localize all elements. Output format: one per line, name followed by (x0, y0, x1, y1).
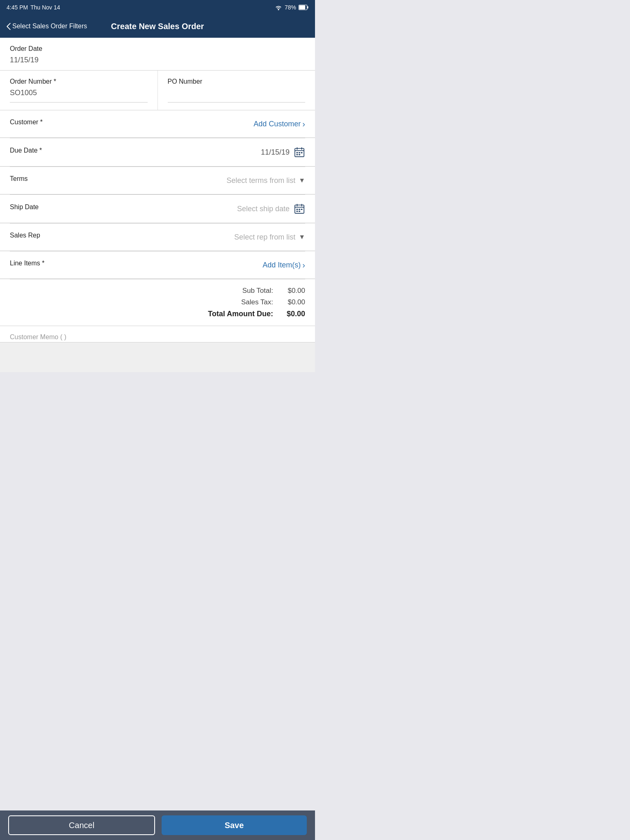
order-date-section: Order Date 11/15/19 (0, 38, 315, 71)
terms-placeholder: Select terms from list (226, 176, 295, 185)
sales-rep-placeholder: Select rep from list (234, 233, 295, 242)
terms-label: Terms (10, 175, 28, 183)
subtotal-row: Sub Total: $0.00 (10, 285, 305, 297)
battery-icon (299, 5, 308, 10)
chevron-right-icon: › (302, 119, 305, 129)
svg-rect-1 (299, 5, 305, 9)
grand-total-value: $0.00 (276, 310, 305, 318)
customer-row: Customer * Add Customer › (0, 110, 315, 138)
svg-rect-20 (299, 211, 300, 212)
ship-date-placeholder: Select ship date (237, 205, 290, 213)
grand-total-row: Total Amount Due: $0.00 (10, 308, 305, 320)
back-button[interactable]: Select Sales Order Filters (7, 23, 87, 30)
add-customer-label: Add Customer (253, 120, 301, 128)
customer-memo-section: Customer Memo ( ) (0, 326, 315, 342)
sales-rep-label: Sales Rep (10, 232, 40, 239)
po-number-input[interactable] (168, 89, 306, 103)
po-number-label: PO Number (168, 78, 306, 85)
add-items-button[interactable]: Add Item(s) › (262, 260, 305, 270)
due-date-value-container[interactable]: 11/15/19 (261, 146, 305, 158)
add-items-chevron-icon: › (302, 260, 305, 270)
order-date-value: 11/15/19 (10, 56, 305, 64)
svg-rect-16 (297, 209, 298, 210)
order-number-label: Order Number * (10, 78, 148, 85)
form-content: Order Date 11/15/19 Order Number * PO Nu… (0, 38, 315, 372)
terms-row: Terms Select terms from list ▼ (0, 167, 315, 194)
salestax-label: Sales Tax: (241, 298, 273, 306)
svg-rect-19 (297, 211, 298, 212)
salestax-value: $0.00 (276, 298, 305, 306)
ship-date-calendar-icon (294, 203, 305, 215)
line-items-row: Line Items * Add Item(s) › (0, 251, 315, 279)
order-number-col: Order Number * (0, 71, 158, 110)
calendar-icon (294, 146, 305, 158)
po-number-col: PO Number (158, 71, 315, 110)
due-date-row: Due Date * 11/15/19 (0, 138, 315, 167)
sales-rep-row: Sales Rep Select rep from list ▼ (0, 224, 315, 251)
svg-rect-11 (299, 154, 300, 155)
wifi-icon (275, 5, 282, 10)
sales-rep-select[interactable]: Select rep from list ▼ (234, 233, 305, 242)
battery-percentage: 78% (285, 4, 296, 11)
svg-rect-8 (299, 152, 300, 153)
svg-rect-7 (297, 152, 298, 153)
svg-rect-17 (299, 209, 300, 210)
status-bar: 4:45 PM Thu Nov 14 78% (0, 0, 315, 15)
back-label: Select Sales Order Filters (12, 23, 87, 30)
order-date-label: Order Date (10, 45, 305, 52)
due-date-value: 11/15/19 (261, 148, 290, 157)
page-title: Create New Sales Order (111, 22, 204, 31)
subtotal-value: $0.00 (276, 287, 305, 295)
order-number-input[interactable] (10, 89, 148, 103)
add-items-label: Add Item(s) (262, 261, 301, 269)
add-customer-button[interactable]: Add Customer › (253, 119, 305, 129)
totals-section: Sub Total: $0.00 Sales Tax: $0.00 Total … (0, 279, 315, 326)
sales-rep-chevron-down-icon: ▼ (299, 233, 305, 241)
order-po-row: Order Number * PO Number (0, 71, 315, 110)
svg-rect-2 (307, 6, 308, 9)
status-date: Thu Nov 14 (30, 4, 60, 11)
terms-select[interactable]: Select terms from list ▼ (226, 176, 305, 185)
due-date-label: Due Date * (10, 147, 42, 154)
subtotal-label: Sub Total: (242, 287, 273, 295)
status-bar-right: 78% (275, 4, 308, 11)
status-bar-left: 4:45 PM Thu Nov 14 (7, 4, 60, 11)
line-items-label: Line Items * (10, 260, 44, 267)
ship-date-label: Ship Date (10, 203, 39, 211)
grand-total-label: Total Amount Due: (208, 310, 273, 318)
svg-rect-18 (301, 209, 303, 210)
ship-date-row: Ship Date Select ship date (0, 195, 315, 223)
svg-rect-10 (297, 154, 298, 155)
customer-label: Customer * (10, 119, 43, 126)
status-time: 4:45 PM (7, 4, 28, 11)
customer-memo-label: Customer Memo ( ) (10, 333, 66, 340)
svg-rect-9 (301, 152, 303, 153)
bottom-spacer (0, 342, 315, 372)
salestax-row: Sales Tax: $0.00 (10, 297, 305, 308)
chevron-down-icon: ▼ (299, 177, 305, 184)
ship-date-select[interactable]: Select ship date (237, 203, 305, 215)
nav-bar: Select Sales Order Filters Create New Sa… (0, 15, 315, 38)
